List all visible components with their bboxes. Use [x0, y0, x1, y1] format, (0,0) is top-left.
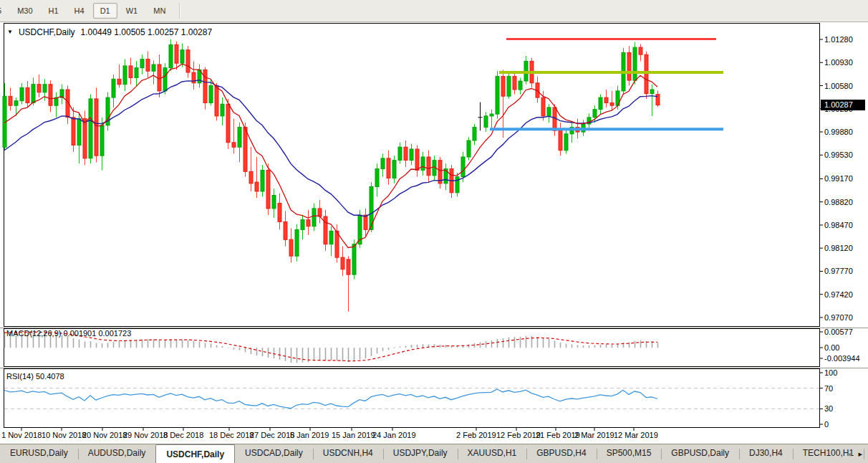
timeframe-button-H4[interactable]: H4 — [67, 3, 92, 19]
candle — [203, 67, 207, 110]
date-axis-label: 5 Jan 2019 — [290, 431, 329, 439]
timeframe-toolbar: 5M30H1H4D1W1MN — [0, 0, 868, 22]
price-axis-label: 0.97770 — [824, 267, 853, 275]
date-axis-label: 15 Jan 2019 — [332, 431, 375, 439]
date-axis-label: 1 Nov 2018 — [1, 431, 42, 439]
timeframe-button-M30[interactable]: M30 — [10, 3, 39, 19]
chart-tab-USDCHF-Daily[interactable]: USDCHF,Daily — [155, 444, 235, 463]
candle — [633, 42, 637, 85]
date-axis-label: 21 Feb 2019 — [536, 431, 580, 439]
rsi-panel — [4, 369, 820, 428]
chart-tab-GBPUSD-Daily[interactable]: GBPUSD,Daily — [661, 444, 739, 463]
price-axis-label: 1.00580 — [824, 82, 853, 90]
chart-tab-USDCNH-H4[interactable]: USDCNH,H4 — [313, 444, 383, 463]
candle — [226, 99, 230, 149]
date-axis-label: 27 Dec 2018 — [250, 431, 294, 439]
symbol-label: USDCHF,Daily — [19, 27, 75, 37]
timeframe-button-H1[interactable]: H1 — [42, 3, 66, 19]
price-axis-label: 0.98120 — [824, 244, 853, 252]
macd-axis-label: 0.00577 — [824, 328, 853, 336]
timeframe-button-5[interactable]: 5 — [0, 3, 9, 19]
current-price-tag: 1.00287 — [821, 100, 865, 110]
timeframe-button-D1[interactable]: D1 — [93, 3, 117, 19]
chart-title: ▼ USDCHF,Daily 1.00449 1.00505 1.00257 1… — [7, 27, 212, 37]
price-axis-label: 0.99880 — [824, 128, 853, 136]
mt4-window: { "toolbar": { "timeframes": ["5", "M30"… — [0, 0, 868, 463]
price-axis-label: 0.98470 — [824, 221, 853, 229]
macd-axis-label: 0.00 — [824, 343, 839, 352]
date-axis-label: 12 Mar 2019 — [614, 431, 658, 439]
chart-tab-USDCAD-Daily[interactable]: USDCAD,Daily — [235, 444, 313, 463]
chart-tab-SP500-M15[interactable]: SP500,M15 — [597, 444, 662, 463]
price-axis-label: 0.99530 — [824, 151, 853, 159]
chevron-down-icon[interactable]: ▼ — [7, 29, 13, 35]
chart-tab-AUDUSD-Daily[interactable]: AUDUSD,Daily — [78, 444, 156, 463]
price-axis-label: 0.97070 — [824, 313, 853, 322]
rsi-axis-label: 0 — [824, 420, 829, 429]
date-axis-label: 10 Nov 2018 — [42, 431, 86, 439]
date-axis-label: 12 Feb 2019 — [496, 431, 541, 439]
candle — [645, 52, 648, 99]
price-axis-label: 1.00930 — [824, 58, 853, 67]
chart-tab-bar: EURUSD,DailyAUDUSD,DailyUSDCHF,DailyUSDC… — [0, 444, 868, 463]
macd-indicator-label: MACD(12,26,9) 0.001901 0.001723 — [6, 329, 131, 338]
date-axis-label: 8 Dec 2018 — [163, 431, 203, 439]
rsi-axis-label: 30 — [824, 404, 833, 413]
candle — [266, 163, 270, 215]
candle — [89, 95, 92, 164]
price-axis-label: 0.98820 — [824, 198, 853, 206]
price-axis-label: 1.01280 — [824, 35, 853, 44]
chart-canvas — [0, 0, 868, 463]
candle — [450, 165, 453, 198]
date-axis-label: 20 Nov 2018 — [82, 431, 127, 439]
rsi-axis-label: 70 — [824, 384, 833, 393]
rsi-indicator-label: RSI(14) 50.4078 — [6, 372, 64, 381]
chart-tab-EURUSD-Daily[interactable]: EURUSD,Daily — [0, 444, 78, 463]
tabs-host: EURUSD,DailyAUDUSD,DailyUSDCHF,DailyUSDC… — [0, 444, 868, 463]
date-axis-label: 18 Dec 2018 — [209, 431, 254, 439]
scroll-right-icon[interactable]: ▸ — [858, 449, 862, 459]
candle — [295, 224, 299, 262]
date-axis-label: 2 Mar 2019 — [574, 431, 614, 439]
candle — [83, 111, 87, 166]
timeframe-button-W1[interactable]: W1 — [119, 3, 145, 19]
candle — [507, 72, 511, 99]
ohlc-values: 1.00449 1.00505 1.00257 1.00287 — [81, 27, 213, 37]
timeframe-button-MN[interactable]: MN — [146, 3, 173, 19]
candle — [106, 92, 110, 131]
chart-tab-USDJPY-Daily[interactable]: USDJPY,Daily — [383, 444, 458, 463]
macd-axis-label: -0.003944 — [824, 354, 860, 363]
candle — [467, 137, 471, 160]
date-axis-label: 2 Feb 2019 — [456, 431, 496, 439]
tab-scroll-arrows: ◂ ▸ — [844, 444, 865, 463]
date-axis-label: 29 Nov 2018 — [123, 431, 168, 439]
chart-tab-XAUUSD-H1[interactable]: XAUUSD,H1 — [458, 444, 527, 463]
price-axis-label: 0.97420 — [824, 290, 853, 299]
price-axis-label: 0.99170 — [824, 174, 853, 183]
rsi-axis-label: 100 — [824, 368, 837, 377]
toolbar-separator — [179, 3, 180, 19]
chart-tab-GBPUSD-H4[interactable]: GBPUSD,H4 — [526, 444, 596, 463]
chart-tab-DJ30-H4[interactable]: DJ30,H4 — [739, 444, 793, 463]
date-axis-label: 24 Jan 2019 — [372, 431, 416, 439]
candle — [496, 71, 499, 118]
scroll-left-icon[interactable]: ◂ — [847, 449, 852, 459]
